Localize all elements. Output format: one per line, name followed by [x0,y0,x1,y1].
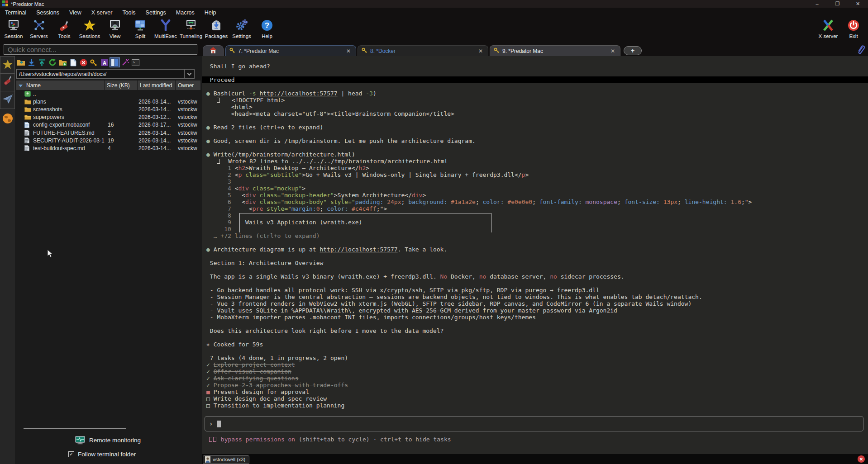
new-tab-button[interactable]: + [624,46,642,55]
file-row-security-audit-2026-03-1[interactable]: SECURITY-AUDIT-2026-03-1...192026-03-14.… [16,137,200,144]
menu-macros[interactable]: Macros [171,9,200,17]
missing-glyph-box [217,159,220,164]
tab-7-predator-mac[interactable]: 7. *Predator Mac✕ [225,45,356,56]
terminal-text: ● [206,124,214,131]
paperclip-icon[interactable] [856,44,865,56]
terminal-text: color: [327,205,348,212]
session-status-tab[interactable]: vstockwell (x3) [203,455,249,464]
terminal-text: … +72 lines (ctrl+o to expand) [206,232,320,239]
wand-icon[interactable] [120,57,130,67]
terminal-pane[interactable]: Shall I go ahead? Proceed● Bash(curl -s … [202,56,868,454]
rail-favorites[interactable] [0,56,15,74]
refresh-icon[interactable] [47,57,57,67]
menu-tools[interactable]: Tools [117,9,140,17]
rail-sessions[interactable] [0,91,15,109]
new-file-icon[interactable] [68,57,78,67]
tab-close-icon[interactable]: ✕ [609,48,616,54]
terminal-small-icon[interactable]: > [130,57,141,67]
file-row-[interactable]: .. [16,90,200,98]
font-icon[interactable]: A [99,57,110,67]
column-header-last-modified[interactable]: Last modified [138,80,176,90]
side-panel-icon[interactable] [110,57,120,67]
delete-icon[interactable] [78,57,89,67]
column-header-name[interactable]: Name [16,80,105,90]
tab-home[interactable] [203,45,224,56]
column-header-size-kb[interactable]: Size (KB) [105,80,138,90]
terminal-line [202,321,868,327]
menu-terminal[interactable]: Terminal [0,9,31,17]
terminal-text: 0 [316,205,320,212]
file-row-future-features-md[interactable]: FUTURE-FEATURES.md22026-03-14...vstockw [16,129,200,137]
path-combobox[interactable]: /Users/vstockwell/repos/wraith/docs/ [16,69,195,79]
selected-option-line: Proceed [202,76,868,83]
rail-globe[interactable] [0,109,15,130]
menu-sessions[interactable]: Sessions [31,9,64,17]
toolbar-button-x-server[interactable]: X server [816,18,841,39]
close-session-icon[interactable]: ✕ [858,455,865,463]
rail-tools[interactable] [0,74,15,91]
terminal-line: <!DOCTYPE html> [202,97,868,104]
toolbar-label: Help [262,33,272,39]
toolbar-button-settings[interactable]: Settings [229,18,254,39]
terminal-text: margin: [291,205,316,212]
file-row-screenshots[interactable]: screenshots2026-03-14...vstockw [16,105,200,113]
upload-icon[interactable] [37,57,47,67]
menu-help[interactable]: Help [200,9,221,17]
terminal-link[interactable]: http://localhost:57577 [259,90,337,97]
file-row-plans[interactable]: plans2026-03-14...vstockw [16,98,200,105]
chevron-down-icon[interactable] [184,70,194,78]
terminal-text: 9 [206,219,235,226]
toolbar-button-multiexec[interactable]: MultiExec [153,18,178,39]
download-icon[interactable] [26,57,37,67]
menu-bar: TerminalSessionsViewX serverToolsSetting… [0,8,868,17]
new-folder-icon[interactable] [57,57,68,67]
follow-terminal-folder-toggle[interactable]: ✓ Follow terminal folder [68,451,136,458]
toolbar-button-exit[interactable]: Exit [841,18,866,39]
toolbar-button-view[interactable]: View [102,18,128,39]
minimize-button[interactable]: – [807,0,827,8]
column-label: Name [26,82,41,89]
folder-up-icon[interactable] [16,57,26,67]
toolbar-button-tunneling[interactable]: Tunneling [178,18,204,39]
follow-terminal-checkbox[interactable]: ✓ [68,451,74,457]
remote-monitoring-button[interactable]: Remote monitoring [75,436,141,445]
terminal-line [202,280,868,287]
menu-view[interactable]: View [64,9,86,17]
toolbar-button-split[interactable]: Split [128,18,153,39]
file-row-superpowers[interactable]: superpowers2026-03-12...vstockw [16,114,200,121]
toolbar-button-packages[interactable]: Packages [204,18,229,39]
maximize-button[interactable]: ❐ [827,0,848,8]
column-header-owner[interactable]: Owner [176,80,200,90]
terminal-line [202,144,868,151]
menu-x-server[interactable]: X server [86,9,118,17]
file-row-config-export-mobaconf[interactable]: config-export.mobaconf162026-03-17...vst… [16,121,200,129]
filemd-icon [24,137,31,143]
close-button[interactable]: ✕ [848,0,868,8]
terminal-text [660,199,663,205]
prompt-input-box[interactable]: › [205,416,863,431]
terminal-link[interactable]: http://localhost:57577 [320,246,397,253]
terminal-text: - Session Manager is the central abstrac… [206,294,702,300]
tab-close-icon[interactable]: ✕ [345,48,352,54]
quick-connect-input[interactable] [4,44,197,55]
terminal-line: The app is a single Wails v3 binary (wra… [202,273,868,280]
tab-close-icon[interactable]: ✕ [477,48,484,54]
terminal-text: background: [408,199,447,205]
key-icon[interactable] [89,57,99,67]
toolbar-label: Packages [205,33,228,39]
toolbar-button-servers[interactable]: Servers [26,18,52,39]
terminal-line: <head><meta charset="utf-8"><title>Brain… [202,110,868,117]
folder-icon [24,107,31,112]
terminal-text: pre [253,205,263,212]
toolbar-button-help[interactable]: ?Help [254,18,280,39]
home-icon [210,47,217,55]
toolbar-button-tools[interactable]: Tools [52,18,77,39]
menu-settings[interactable]: Settings [141,9,171,17]
file-row-test-buildout-spec-md[interactable]: test-buildout-spec.md42026-03-14...vstoc… [16,144,200,152]
toolbar-button-sessions[interactable]: Sessions [77,18,102,39]
tab-8-docker[interactable]: 8. *Docker✕ [358,45,488,56]
toolbar-button-session[interactable]: Session [1,18,26,39]
terminal-text: ) [373,90,377,97]
tab-9-predator-mac[interactable]: 9. *Predator Mac✕ [490,45,620,56]
terminal-text: 5 [206,192,235,199]
